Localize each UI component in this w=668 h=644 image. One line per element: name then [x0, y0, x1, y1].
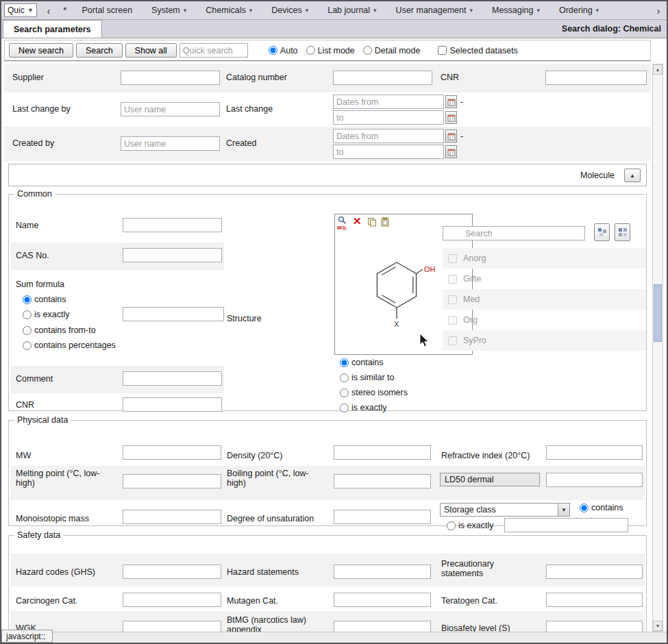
menu-label: Devices	[271, 5, 301, 15]
density-input[interactable]	[334, 445, 431, 460]
radio-icon[interactable]	[23, 310, 32, 319]
cnr-molecule-input[interactable]	[123, 397, 222, 412]
radio-icon[interactable]	[447, 521, 456, 530]
radio-icon[interactable]	[580, 504, 589, 512]
melting-point-input[interactable]	[123, 474, 221, 488]
sum-is-exactly-radio[interactable]: is exactly	[23, 310, 69, 319]
radio-icon[interactable]	[340, 404, 349, 412]
biosafety-input[interactable]	[546, 621, 643, 632]
unsaturation-input[interactable]	[334, 510, 431, 524]
menu-system[interactable]: System▾	[147, 3, 190, 18]
radio-icon[interactable]	[340, 358, 349, 367]
new-search-button[interactable]: New search	[9, 43, 73, 58]
copy-structure-icon[interactable]	[367, 217, 377, 229]
cnr-input[interactable]	[545, 71, 647, 85]
sum-formula-input[interactable]	[123, 307, 224, 321]
menu-messaging[interactable]: Messaging▾	[488, 3, 544, 18]
calendar-button[interactable]	[445, 111, 457, 124]
radio-icon[interactable]	[23, 341, 32, 350]
last-change-from-input[interactable]	[333, 95, 444, 109]
teratogen-input[interactable]	[546, 593, 643, 607]
vertical-scrollbar[interactable]: ▲ ▼	[652, 64, 663, 632]
monoisotopic-mass-input[interactable]	[123, 510, 221, 524]
tag-search-input[interactable]	[443, 226, 585, 240]
horizontal-scrollbar[interactable]	[1, 632, 660, 643]
scrollbar-thumb[interactable]	[654, 284, 662, 342]
import-mol-button[interactable]: MOL	[337, 216, 347, 230]
menu-user-management[interactable]: User management▾	[392, 3, 477, 18]
checkbox-icon[interactable]	[438, 46, 447, 55]
tag-structure-button-2[interactable]	[615, 223, 630, 241]
structure-stereo-radio[interactable]: stereo isomers	[340, 388, 408, 397]
sum-from-to-radio[interactable]: contains from-to	[23, 325, 96, 335]
ld50-dermal-select[interactable]: LD50 dermal	[440, 473, 540, 486]
collapse-button[interactable]: ▲	[624, 169, 641, 182]
precautionary-statements-input[interactable]	[546, 565, 643, 579]
radio-icon[interactable]	[306, 46, 315, 55]
radio-icon[interactable]	[363, 46, 372, 55]
menu-portal-screen[interactable]: Portal screen	[77, 3, 136, 18]
scroll-down-button[interactable]: ▼	[653, 621, 663, 631]
last-change-to-input[interactable]	[333, 110, 444, 125]
calendar-button[interactable]	[445, 129, 457, 143]
radio-icon[interactable]	[340, 373, 349, 382]
menu-devices[interactable]: Devices▾	[267, 3, 312, 18]
menu-lab-journal[interactable]: Lab journal▾	[323, 3, 380, 18]
last-change-by-input[interactable]	[121, 102, 220, 116]
sum-percentages-radio[interactable]: contains percentages	[23, 340, 116, 350]
calendar-button[interactable]	[445, 95, 457, 108]
wgk-input[interactable]	[123, 621, 221, 632]
storage-exact-radio[interactable]: is exactly	[447, 521, 493, 530]
calendar-button[interactable]	[445, 145, 457, 158]
created-from-input[interactable]	[333, 129, 444, 143]
tab-search-parameters[interactable]: Search parameters	[3, 20, 102, 38]
menu-ordering[interactable]: Ordering▾	[555, 3, 603, 18]
structure-contains-radio[interactable]: contains	[340, 358, 384, 367]
structure-exact-label: is exactly	[351, 403, 386, 412]
boiling-point-input[interactable]	[334, 474, 431, 488]
nav-forward-button[interactable]: ›	[652, 3, 665, 18]
search-button[interactable]: Search	[76, 43, 123, 58]
clear-structure-icon[interactable]: ✕	[353, 216, 362, 226]
nav-back-button[interactable]: ‹	[42, 3, 55, 18]
supplier-input[interactable]	[121, 71, 220, 85]
paste-structure-icon[interactable]	[380, 217, 390, 229]
mutagen-input[interactable]	[334, 593, 431, 607]
ld50-dermal-input[interactable]	[546, 473, 643, 487]
created-by-input[interactable]	[121, 136, 220, 151]
favorites-star[interactable]: *	[63, 5, 66, 16]
refractive-index-input[interactable]	[546, 445, 643, 460]
molecule-section-header: Molecule ▲	[8, 164, 647, 186]
scroll-up-button[interactable]: ▲	[653, 64, 663, 75]
mw-input[interactable]	[123, 445, 221, 460]
radio-icon[interactable]	[340, 388, 349, 397]
menu-chemicals[interactable]: Chemicals▾	[201, 3, 256, 18]
common-legend: Common	[14, 189, 55, 199]
comment-input[interactable]	[123, 371, 222, 386]
quick-menu-select[interactable]: Quic ▼	[4, 3, 37, 17]
radio-icon[interactable]	[23, 326, 32, 335]
show-all-button[interactable]: Show all	[125, 43, 177, 58]
catalog-number-input[interactable]	[333, 71, 432, 85]
tag-structure-button-1[interactable]	[594, 223, 610, 241]
cas-input[interactable]	[123, 248, 222, 262]
hazard-statements-input[interactable]	[334, 565, 431, 579]
mode-detail-radio[interactable]: Detail mode	[363, 46, 421, 55]
radio-icon[interactable]	[23, 295, 32, 304]
last-change-by-label: Last change by	[12, 104, 71, 114]
name-input[interactable]	[123, 218, 222, 232]
created-to-input[interactable]	[333, 145, 444, 159]
structure-similar-radio[interactable]: is similar to	[340, 373, 395, 382]
carcinogen-input[interactable]	[123, 593, 221, 607]
sum-contains-radio[interactable]: contains	[23, 295, 66, 304]
quick-search-input[interactable]	[180, 43, 248, 58]
storage-contains-radio[interactable]: contains	[580, 503, 623, 512]
mode-list-radio[interactable]: List mode	[306, 46, 355, 55]
radio-icon[interactable]	[269, 46, 277, 55]
mode-auto-radio[interactable]: Auto	[269, 46, 298, 55]
storage-class-select[interactable]: Storage class ▼	[440, 503, 570, 517]
hazard-codes-input[interactable]	[123, 565, 221, 579]
selected-datasets-checkbox[interactable]: Selected datasets	[438, 46, 517, 55]
structure-exact-radio[interactable]: is exactly	[340, 403, 386, 412]
btmg-input[interactable]	[334, 621, 431, 632]
